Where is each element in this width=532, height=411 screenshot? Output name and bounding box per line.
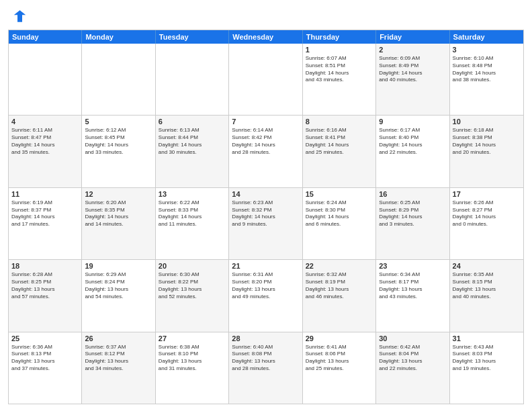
day-number: 17 [453,190,521,198]
cell-text: Sunrise: 6:25 AM Sunset: 8:29 PM Dayligh… [379,199,446,228]
calendar-cell: 24Sunrise: 6:35 AM Sunset: 8:15 PM Dayli… [450,260,523,331]
cell-text: Sunrise: 6:16 AM Sunset: 8:41 PM Dayligh… [306,127,373,156]
cell-text: Sunrise: 6:28 AM Sunset: 8:25 PM Dayligh… [11,271,79,300]
calendar-cell: 8Sunrise: 6:16 AM Sunset: 8:41 PM Daylig… [303,116,376,187]
cell-text: Sunrise: 6:36 AM Sunset: 8:13 PM Dayligh… [11,344,79,373]
day-number: 18 [11,262,79,270]
cell-text: Sunrise: 6:17 AM Sunset: 8:40 PM Dayligh… [379,127,446,156]
cell-text: Sunrise: 6:13 AM Sunset: 8:44 PM Dayligh… [159,127,226,156]
cell-text: Sunrise: 6:24 AM Sunset: 8:30 PM Dayligh… [306,199,373,228]
day-number: 24 [453,262,521,270]
calendar-cell: 1Sunrise: 6:07 AM Sunset: 8:51 PM Daylig… [303,44,376,115]
calendar-cell [9,44,82,115]
cell-text: Sunrise: 6:07 AM Sunset: 8:51 PM Dayligh… [306,55,373,84]
calendar-cell: 28Sunrise: 6:40 AM Sunset: 8:08 PM Dayli… [229,332,302,404]
calendar-cell: 7Sunrise: 6:14 AM Sunset: 8:42 PM Daylig… [229,116,302,187]
calendar-cell: 21Sunrise: 6:31 AM Sunset: 8:20 PM Dayli… [229,260,302,331]
cell-text: Sunrise: 6:23 AM Sunset: 8:32 PM Dayligh… [232,199,299,228]
cell-text: Sunrise: 6:38 AM Sunset: 8:10 PM Dayligh… [159,344,226,373]
calendar-cell: 4Sunrise: 6:11 AM Sunset: 8:47 PM Daylig… [9,116,82,187]
calendar-cell [229,44,302,115]
day-number: 28 [232,334,299,342]
day-number: 5 [85,118,152,126]
day-number: 10 [453,118,521,126]
day-number: 12 [85,190,152,198]
calendar-body: 1Sunrise: 6:07 AM Sunset: 8:51 PM Daylig… [9,44,523,404]
page: SundayMondayTuesdayWednesdayThursdayFrid… [0,0,532,411]
cell-text: Sunrise: 6:11 AM Sunset: 8:47 PM Dayligh… [11,127,79,156]
calendar-header-cell: Wednesday [229,30,302,44]
day-number: 1 [306,46,373,54]
calendar-header-cell: Friday [376,30,449,44]
calendar-cell: 31Sunrise: 6:43 AM Sunset: 8:03 PM Dayli… [450,332,523,404]
cell-text: Sunrise: 6:31 AM Sunset: 8:20 PM Dayligh… [232,271,299,300]
calendar-cell: 15Sunrise: 6:24 AM Sunset: 8:30 PM Dayli… [303,188,376,259]
cell-text: Sunrise: 6:10 AM Sunset: 8:48 PM Dayligh… [453,55,521,84]
cell-text: Sunrise: 6:09 AM Sunset: 8:49 PM Dayligh… [379,55,446,84]
calendar-cell: 11Sunrise: 6:19 AM Sunset: 8:37 PM Dayli… [9,188,82,259]
day-number: 4 [11,118,79,126]
calendar-cell: 22Sunrise: 6:32 AM Sunset: 8:19 PM Dayli… [303,260,376,331]
calendar-header-cell: Thursday [303,30,376,44]
calendar-header-cell: Tuesday [156,30,229,44]
day-number: 31 [453,334,521,342]
cell-text: Sunrise: 6:40 AM Sunset: 8:08 PM Dayligh… [232,344,299,373]
day-number: 19 [85,262,152,270]
cell-text: Sunrise: 6:19 AM Sunset: 8:37 PM Dayligh… [11,199,79,228]
calendar-row: 18Sunrise: 6:28 AM Sunset: 8:25 PM Dayli… [9,260,523,332]
day-number: 11 [11,190,79,198]
calendar-row: 11Sunrise: 6:19 AM Sunset: 8:37 PM Dayli… [9,188,523,260]
cell-text: Sunrise: 6:37 AM Sunset: 8:12 PM Dayligh… [85,344,152,373]
cell-text: Sunrise: 6:41 AM Sunset: 8:06 PM Dayligh… [306,344,373,373]
day-number: 3 [453,46,521,54]
calendar-cell: 13Sunrise: 6:22 AM Sunset: 8:33 PM Dayli… [156,188,229,259]
calendar-cell: 12Sunrise: 6:20 AM Sunset: 8:35 PM Dayli… [82,188,155,259]
calendar-cell: 5Sunrise: 6:12 AM Sunset: 8:45 PM Daylig… [82,116,155,187]
calendar-cell: 6Sunrise: 6:13 AM Sunset: 8:44 PM Daylig… [156,116,229,187]
cell-text: Sunrise: 6:32 AM Sunset: 8:19 PM Dayligh… [306,271,373,300]
calendar-row: 25Sunrise: 6:36 AM Sunset: 8:13 PM Dayli… [9,332,523,404]
calendar-cell [82,44,155,115]
cell-text: Sunrise: 6:30 AM Sunset: 8:22 PM Dayligh… [159,271,226,300]
calendar-cell: 3Sunrise: 6:10 AM Sunset: 8:48 PM Daylig… [450,44,523,115]
calendar-cell: 29Sunrise: 6:41 AM Sunset: 8:06 PM Dayli… [303,332,376,404]
calendar-cell [156,44,229,115]
day-number: 7 [232,118,299,126]
cell-text: Sunrise: 6:20 AM Sunset: 8:35 PM Dayligh… [85,199,152,228]
day-number: 20 [159,262,226,270]
logo-icon [8,7,27,26]
day-number: 14 [232,190,299,198]
cell-text: Sunrise: 6:34 AM Sunset: 8:17 PM Dayligh… [379,271,446,300]
calendar-cell: 2Sunrise: 6:09 AM Sunset: 8:49 PM Daylig… [376,44,449,115]
day-number: 25 [11,334,79,342]
calendar-cell: 18Sunrise: 6:28 AM Sunset: 8:25 PM Dayli… [9,260,82,331]
calendar-cell: 27Sunrise: 6:38 AM Sunset: 8:10 PM Dayli… [156,332,229,404]
day-number: 23 [379,262,446,270]
day-number: 6 [159,118,226,126]
cell-text: Sunrise: 6:43 AM Sunset: 8:03 PM Dayligh… [453,344,521,373]
cell-text: Sunrise: 6:18 AM Sunset: 8:38 PM Dayligh… [453,127,521,156]
calendar-cell: 25Sunrise: 6:36 AM Sunset: 8:13 PM Dayli… [9,332,82,404]
calendar-cell: 9Sunrise: 6:17 AM Sunset: 8:40 PM Daylig… [376,116,449,187]
day-number: 30 [379,334,446,342]
day-number: 15 [306,190,373,198]
calendar-cell: 26Sunrise: 6:37 AM Sunset: 8:12 PM Dayli… [82,332,155,404]
day-number: 2 [379,46,446,54]
calendar-cell: 14Sunrise: 6:23 AM Sunset: 8:32 PM Dayli… [229,188,302,259]
day-number: 29 [306,334,373,342]
calendar-cell: 23Sunrise: 6:34 AM Sunset: 8:17 PM Dayli… [376,260,449,331]
day-number: 22 [306,262,373,270]
cell-text: Sunrise: 6:14 AM Sunset: 8:42 PM Dayligh… [232,127,299,156]
cell-text: Sunrise: 6:42 AM Sunset: 8:04 PM Dayligh… [379,344,446,373]
day-number: 21 [232,262,299,270]
logo [8,7,30,26]
day-number: 8 [306,118,373,126]
day-number: 9 [379,118,446,126]
day-number: 13 [159,190,226,198]
cell-text: Sunrise: 6:29 AM Sunset: 8:24 PM Dayligh… [85,271,152,300]
calendar-cell: 17Sunrise: 6:26 AM Sunset: 8:27 PM Dayli… [450,188,523,259]
calendar-cell: 20Sunrise: 6:30 AM Sunset: 8:22 PM Dayli… [156,260,229,331]
calendar-cell: 10Sunrise: 6:18 AM Sunset: 8:38 PM Dayli… [450,116,523,187]
calendar-cell: 30Sunrise: 6:42 AM Sunset: 8:04 PM Dayli… [376,332,449,404]
calendar-cell: 16Sunrise: 6:25 AM Sunset: 8:29 PM Dayli… [376,188,449,259]
